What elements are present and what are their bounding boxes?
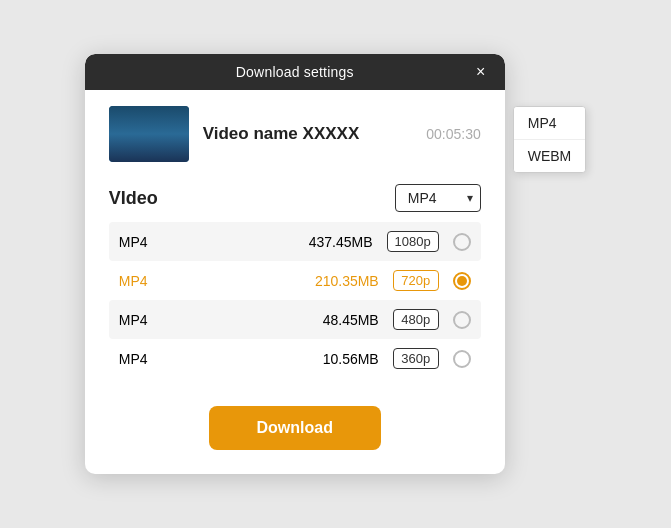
quality-size: 210.35MB [179, 273, 393, 289]
video-info: Video name XXXXX 00:05:30 [109, 106, 481, 162]
quality-badge: 1080p [387, 231, 439, 252]
format-select-wrapper[interactable]: MP4 WEBM ▾ [395, 184, 481, 212]
quality-badge: 720p [393, 270, 439, 291]
quality-row-selected[interactable]: MP4 210.35MB 720p [109, 261, 481, 300]
quality-size: 10.56MB [179, 351, 393, 367]
dropdown-option-webm[interactable]: WEBM [514, 140, 586, 172]
quality-size: 48.45MB [179, 312, 393, 328]
format-dropdown-popup: MP4 WEBM [513, 106, 587, 173]
quality-format: MP4 [119, 234, 179, 250]
video-duration: 00:05:30 [426, 126, 481, 142]
quality-row[interactable]: MP4 437.45MB 1080p [109, 222, 481, 261]
radio-button[interactable] [453, 350, 471, 368]
quality-badge: 360p [393, 348, 439, 369]
quality-list: MP4 437.45MB 1080p MP4 210.35MB 720p MP4… [109, 222, 481, 378]
dropdown-option-mp4[interactable]: MP4 [514, 107, 586, 140]
section-header: VIdeo MP4 WEBM ▾ [109, 184, 481, 212]
radio-button-selected[interactable] [453, 272, 471, 290]
dialog-title: Download settings [236, 64, 354, 80]
close-button[interactable]: × [471, 62, 491, 82]
dialog-header: Download settings × [85, 54, 505, 90]
download-settings-dialog: Download settings × Video name XXXXX 00:… [85, 54, 505, 474]
video-name: Video name XXXXX [203, 124, 413, 144]
quality-badge: 480p [393, 309, 439, 330]
dialog-body: Video name XXXXX 00:05:30 VIdeo MP4 WEBM… [85, 90, 505, 474]
format-select[interactable]: MP4 WEBM [395, 184, 481, 212]
quality-format: MP4 [119, 351, 179, 367]
quality-size: 437.45MB [179, 234, 387, 250]
video-section-label: VIdeo [109, 188, 158, 209]
quality-row[interactable]: MP4 10.56MB 360p [109, 339, 481, 378]
download-button-wrapper: Download [109, 406, 481, 450]
quality-format: MP4 [119, 273, 179, 289]
dialog-wrapper: Download settings × Video name XXXXX 00:… [85, 54, 587, 474]
download-button[interactable]: Download [209, 406, 381, 450]
video-thumbnail [109, 106, 189, 162]
quality-row[interactable]: MP4 48.45MB 480p [109, 300, 481, 339]
quality-format: MP4 [119, 312, 179, 328]
radio-button[interactable] [453, 233, 471, 251]
radio-button[interactable] [453, 311, 471, 329]
